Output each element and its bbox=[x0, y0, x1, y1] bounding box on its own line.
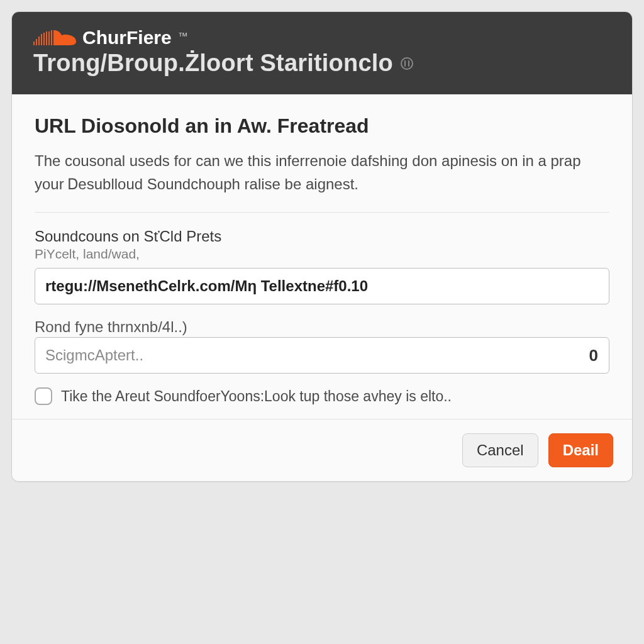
url-field-label: Soundcouns on SťCld Prets bbox=[35, 228, 609, 245]
dialog-title: Trong/Broup.Żloort Staritionclo bbox=[33, 50, 611, 77]
soundcloud-icon bbox=[33, 28, 77, 48]
svg-rect-0 bbox=[33, 42, 35, 45]
svg-rect-3 bbox=[41, 34, 42, 45]
agree-checkbox[interactable] bbox=[35, 387, 52, 405]
confirm-button[interactable]: Deail bbox=[548, 433, 613, 467]
svg-rect-7 bbox=[51, 30, 52, 45]
svg-rect-1 bbox=[36, 39, 37, 45]
dialog-body: URL Diosonold an in Aw. Freatread The co… bbox=[12, 94, 632, 419]
dialog: ChurFiere ™ Trong/Broup.Żloort Starition… bbox=[11, 11, 633, 482]
svg-rect-4 bbox=[43, 33, 45, 45]
svg-rect-2 bbox=[38, 36, 40, 45]
sync-icon bbox=[399, 56, 414, 71]
checkbox-row: Tike the Areut SoundfoerYoons:Look tup t… bbox=[35, 387, 609, 405]
section-heading: URL Diosonold an in Aw. Freatread bbox=[35, 114, 609, 138]
svg-rect-6 bbox=[48, 31, 50, 45]
url-input[interactable] bbox=[35, 268, 609, 304]
dialog-header: ChurFiere ™ Trong/Broup.Żloort Starition… bbox=[12, 12, 632, 94]
cancel-button[interactable]: Cancel bbox=[462, 433, 538, 467]
title-input[interactable] bbox=[35, 337, 609, 374]
dialog-footer: Cancel Deail bbox=[12, 419, 632, 481]
brand-row: ChurFiere ™ bbox=[33, 27, 611, 48]
second-field-group: Rond fyne thrnxnb/4l..) 0 bbox=[35, 318, 609, 374]
char-counter: 0 bbox=[589, 346, 598, 365]
url-field-sublabel: PiYcelt, land/wad, bbox=[35, 247, 609, 262]
trademark-symbol: ™ bbox=[178, 31, 188, 42]
second-field-label: Rond fyne thrnxnb/4l..) bbox=[35, 318, 609, 336]
svg-point-8 bbox=[401, 58, 413, 69]
divider bbox=[35, 212, 609, 213]
svg-rect-5 bbox=[46, 31, 47, 45]
checkbox-label: Tike the Areut SoundfoerYoons:Look tup t… bbox=[61, 388, 452, 405]
dialog-title-text: Trong/Broup.Żloort Staritionclo bbox=[33, 50, 393, 77]
description-text: The cousonal useds for can we this infer… bbox=[35, 149, 609, 196]
brand-name: ChurFiere bbox=[82, 27, 172, 48]
url-field-group: Soundcouns on SťCld Prets PiYcelt, land/… bbox=[35, 228, 609, 304]
